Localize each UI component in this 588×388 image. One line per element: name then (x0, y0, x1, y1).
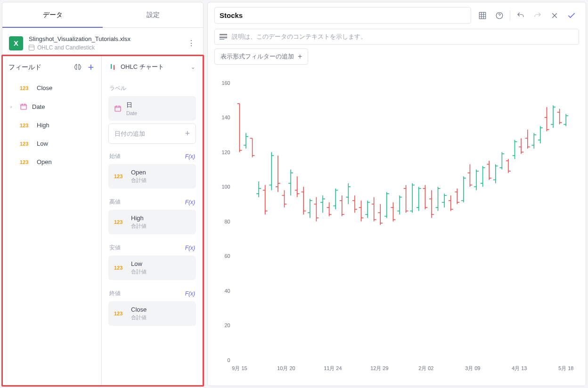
editor-body: フィールド + 123Close›Date123High123Low123Ope… (1, 55, 204, 387)
svg-text:5月 18: 5月 18 (558, 365, 573, 371)
field-item-open[interactable]: 123Open (3, 153, 101, 171)
svg-text:120: 120 (221, 149, 230, 155)
description-icon (220, 34, 227, 40)
svg-text:140: 140 (221, 115, 230, 120)
section-label: ラベル (108, 78, 196, 96)
help-icon[interactable] (492, 8, 507, 23)
right-panel: Stocks 説明は、このデータのコンテキストを示します。 表示形式フィルターの… (207, 2, 586, 386)
svg-text:60: 60 (225, 253, 230, 259)
svg-text:100: 100 (221, 184, 230, 190)
section-low-title: 安値 (109, 244, 121, 252)
svg-text:12月 29: 12月 29 (370, 365, 388, 371)
plus-icon: + (185, 129, 190, 139)
svg-text:80: 80 (225, 219, 230, 224)
file-row: X Slingshot_Visualization_Tutorials.xlsx… (2, 28, 203, 56)
value-chip-close[interactable]: 123Close合計値 (108, 301, 196, 326)
plus-icon: + (298, 52, 302, 61)
svg-text:20: 20 (225, 322, 230, 328)
number-type-icon: 123 (20, 141, 32, 147)
field-item-high[interactable]: 123High (3, 116, 101, 134)
chart-area: 0204060801001201401609月 1510月 2011月 2412… (208, 69, 586, 386)
chevron-right-icon: › (10, 104, 15, 109)
svg-text:160: 160 (221, 80, 230, 86)
svg-rect-1 (115, 106, 121, 111)
chart-type-selector[interactable]: OHLC チャート ⌄ (108, 56, 196, 78)
number-type-icon: 123 (114, 219, 126, 225)
section-open-title: 始値 (109, 152, 121, 160)
svg-rect-2 (479, 12, 486, 19)
add-field-icon[interactable]: + (86, 63, 96, 72)
svg-text:2月 02: 2月 02 (418, 365, 433, 371)
ohlc-chart: 0204060801001201401609月 1510月 2011月 2412… (212, 74, 576, 381)
file-sheet: OHLC and Candlestick (29, 44, 180, 51)
svg-text:11月 24: 11月 24 (324, 365, 342, 371)
number-type-icon: 123 (20, 123, 32, 128)
tab-settings[interactable]: 設定 (103, 2, 203, 27)
tabs: データ 設定 (2, 2, 203, 28)
fx-link-low[interactable]: F(x) (185, 245, 195, 251)
svg-text:4月 13: 4月 13 (512, 365, 527, 371)
field-item-close[interactable]: 123Close (3, 79, 101, 97)
number-type-icon: 123 (114, 265, 126, 271)
redo-icon[interactable] (530, 8, 545, 23)
field-item-low[interactable]: 123Low (3, 134, 101, 153)
add-filter-button[interactable]: 表示形式フィルターの追加 + (214, 49, 308, 65)
confirm-icon[interactable] (564, 8, 579, 23)
excel-icon: X (9, 36, 23, 50)
number-type-icon: 123 (114, 173, 126, 179)
fx-link-high[interactable]: F(x) (185, 199, 195, 206)
section-high-title: 高値 (109, 198, 121, 206)
tab-data[interactable]: データ (2, 2, 103, 27)
field-item-date[interactable]: ›Date (3, 97, 101, 116)
value-chip-low[interactable]: 123Low合計値 (108, 256, 196, 280)
number-type-icon: 123 (20, 159, 32, 165)
svg-text:10月 20: 10月 20 (277, 365, 295, 371)
value-chip-high[interactable]: 123High合計値 (108, 210, 196, 234)
undo-icon[interactable] (513, 8, 528, 23)
number-type-icon: 123 (114, 311, 126, 316)
value-chip-open[interactable]: 123Open合計値 (108, 164, 196, 189)
label-chip-date[interactable]: 日 Date (108, 96, 196, 121)
fx-link-close[interactable]: F(x) (185, 290, 195, 297)
svg-text:3月 09: 3月 09 (465, 365, 480, 371)
grid-icon[interactable] (475, 8, 490, 23)
number-type-icon: 123 (20, 85, 32, 91)
more-menu-icon[interactable]: ⋮ (186, 38, 196, 49)
description-input[interactable]: 説明は、このデータのコンテキストを示します。 (214, 29, 579, 45)
visualization-title-input[interactable]: Stocks (214, 7, 471, 24)
table-icon (29, 45, 34, 50)
fx-link-open[interactable]: F(x) (185, 153, 195, 160)
svg-text:0: 0 (228, 357, 230, 363)
section-close-title: 終値 (109, 289, 121, 297)
svg-text:40: 40 (225, 288, 230, 294)
ohlc-chart-icon (109, 63, 117, 71)
left-panel: データ 設定 X Slingshot_Visualization_Tutoria… (2, 2, 204, 386)
add-date-chip[interactable]: 日付の追加+ (108, 124, 196, 144)
fields-column: フィールド + 123Close›Date123High123Low123Ope… (3, 56, 102, 385)
brain-icon[interactable] (73, 63, 82, 72)
file-name: Slingshot_Visualization_Tutorials.xlsx (29, 35, 180, 42)
close-icon[interactable] (547, 8, 562, 23)
svg-rect-0 (21, 104, 26, 109)
fields-header: フィールド (8, 63, 69, 72)
calendar-icon (114, 105, 122, 112)
calendar-icon (20, 103, 27, 110)
svg-text:9月 15: 9月 15 (232, 365, 247, 371)
chevron-down-icon: ⌄ (191, 64, 195, 70)
config-column: OHLC チャート ⌄ ラベル 日 Date 日付の追加+ 始値F(x)123O… (102, 56, 203, 385)
